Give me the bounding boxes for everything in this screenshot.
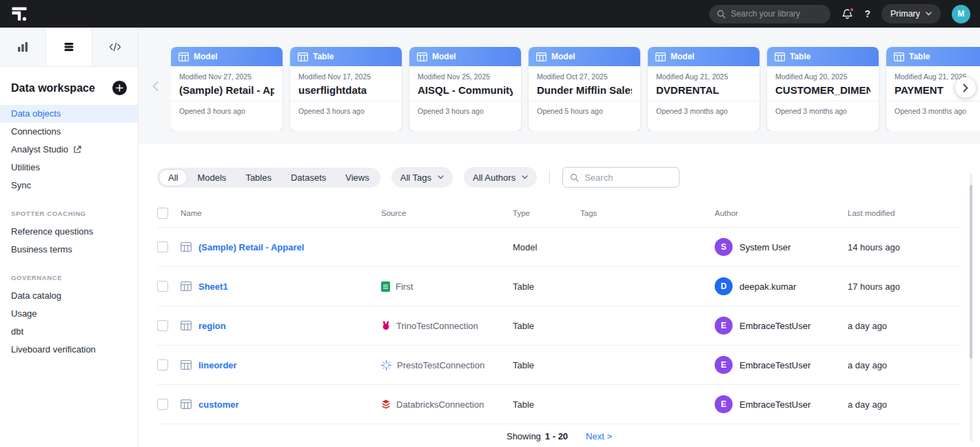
authors-filter-dropdown[interactable]: All Authors — [464, 167, 537, 188]
object-type: Table — [513, 399, 580, 410]
object-name-link[interactable]: (Sample) Retail - Apparel — [198, 242, 304, 252]
sidebar-item-utilities[interactable]: Utilities — [0, 159, 138, 177]
row-checkbox[interactable] — [157, 359, 168, 370]
table-row[interactable]: customer DatabricksConnection Table E Em… — [157, 385, 961, 424]
sidebar-item-connections[interactable]: Connections — [0, 123, 138, 141]
sidebar-item-analyst-studio[interactable]: Analyst Studio — [0, 141, 138, 159]
table-row[interactable]: (Sample) Retail - Apparel Model S System… — [157, 228, 961, 267]
filter-segment-all[interactable]: All — [159, 169, 187, 186]
card-title: AISQL - Community — [418, 84, 513, 96]
chevron-down-icon — [438, 175, 444, 179]
list-search-input[interactable] — [584, 172, 672, 183]
code-icon — [109, 42, 121, 52]
sidebar-section-label: SPOTTER COACHING — [0, 195, 138, 223]
sidebar-item-business-terms[interactable]: Business terms — [0, 241, 138, 259]
plus-icon — [116, 84, 123, 92]
recent-object-card[interactable]: Model Modified Oct 27, 2025 Dunder Miffl… — [529, 47, 640, 131]
library-search-input[interactable] — [731, 9, 823, 19]
card-opened: Opened 3 months ago — [767, 101, 879, 121]
sidebar-item-liveboard-verification[interactable]: Liveboard verification — [0, 341, 138, 359]
table-icon — [181, 242, 192, 252]
tab-code[interactable] — [92, 28, 138, 66]
object-name-link[interactable]: customer — [198, 399, 239, 410]
user-avatar[interactable]: M — [952, 5, 970, 23]
author-avatar: E — [715, 356, 733, 374]
column-header-name: Name — [181, 209, 381, 217]
column-header-type: Type — [513, 209, 580, 217]
card-type-label: Table — [790, 52, 810, 61]
table-row[interactable]: lineorder PrestoTestConnection Table E E… — [157, 346, 961, 385]
carousel-prev-button[interactable] — [152, 81, 159, 91]
sidebar-item-usage[interactable]: Usage — [0, 305, 138, 323]
sidebar-item-reference-questions[interactable]: Reference questions — [0, 223, 138, 241]
recent-object-card[interactable]: Model Modified Aug 21, 2025 DVDRENTAL Op… — [648, 47, 759, 131]
sidebar-item-label: Data objects — [11, 109, 61, 119]
notifications-button[interactable] — [841, 8, 853, 20]
select-all-checkbox[interactable] — [157, 208, 168, 219]
sidebar-item-label: Analyst Studio — [11, 145, 68, 155]
sidebar-item-label: Utilities — [11, 163, 40, 172]
filter-segment-tables[interactable]: Tables — [236, 169, 281, 186]
sidebar-nav: Data objects Connections Analyst Studio … — [0, 105, 138, 359]
thoughtspot-logo[interactable] — [10, 4, 33, 23]
card-type-label: Table — [313, 52, 334, 61]
sidebar-item-data-catalog[interactable]: Data catalog — [0, 287, 138, 305]
list-search[interactable] — [562, 167, 680, 188]
object-type: Model — [513, 242, 580, 252]
tags-filter-dropdown[interactable]: All Tags — [391, 167, 453, 188]
row-checkbox[interactable] — [157, 281, 168, 292]
object-type: Table — [513, 281, 580, 292]
database-icon — [63, 41, 74, 52]
recent-object-card[interactable]: Table Modified Nov 17, 2025 userflightda… — [290, 47, 402, 131]
source-name: PrestoTestConnection — [397, 360, 484, 370]
recent-object-card[interactable]: Model Modified Nov 27, 2025 (Sample) Ret… — [171, 47, 283, 131]
card-header: Model — [529, 47, 640, 66]
add-button[interactable] — [112, 81, 127, 95]
external-link-icon — [73, 146, 81, 154]
object-name-link[interactable]: lineorder — [198, 360, 237, 370]
row-checkbox[interactable] — [157, 399, 168, 410]
sheet-icon — [381, 281, 390, 292]
filter-bar: AllModelsTablesDatasetsViews All Tags Al… — [139, 143, 980, 188]
object-type: Table — [513, 321, 580, 331]
table-icon — [181, 399, 192, 409]
showing-label: Showing — [507, 431, 541, 441]
sidebar-item-sync[interactable]: Sync — [0, 177, 138, 195]
library-search[interactable] — [709, 5, 830, 23]
table-row[interactable]: Sheet1 First Table D deepak.kumar 17 hou… — [157, 267, 961, 306]
author-name: EmbraceTestUser — [739, 321, 810, 331]
sidebar-item-dbt[interactable]: dbt — [0, 323, 138, 341]
search-icon — [570, 173, 579, 182]
sidebar-item-label: Liveboard verification — [11, 345, 96, 355]
sidebar-item-data-objects[interactable]: Data objects — [0, 105, 138, 123]
scrollbar-thumb[interactable] — [970, 185, 972, 359]
filter-segment-views[interactable]: Views — [336, 169, 378, 186]
bar-chart-icon — [17, 41, 28, 52]
next-page-link[interactable]: Next > — [586, 431, 612, 441]
recent-object-card[interactable]: Model Modified Nov 25, 2025 AISQL - Comm… — [409, 47, 521, 131]
object-name-link[interactable]: region — [198, 321, 226, 331]
last-modified: a day ago — [848, 399, 961, 410]
row-checkbox[interactable] — [157, 241, 168, 252]
recent-objects-carousel: Model Modified Nov 27, 2025 (Sample) Ret… — [171, 47, 980, 131]
card-type-label: Model — [194, 52, 218, 61]
object-name-link[interactable]: Sheet1 — [198, 281, 228, 292]
source-name: TrinoTestConnection — [396, 321, 478, 331]
org-switcher-button[interactable]: Primary — [881, 4, 941, 23]
card-modified: Modified Aug 20, 2025 — [775, 72, 870, 81]
filter-segment-models[interactable]: Models — [187, 169, 236, 186]
filter-segment-datasets[interactable]: Datasets — [281, 169, 336, 186]
card-title: Dunder Mifflin Sales — [537, 84, 632, 96]
tab-data[interactable] — [46, 28, 92, 66]
column-header-source: Source — [381, 209, 513, 217]
recent-object-card[interactable]: Table Modified Aug 20, 2025 CUSTOMER_DIM… — [767, 47, 879, 131]
carousel-next-button[interactable] — [955, 77, 976, 98]
divider — [549, 170, 550, 185]
search-icon — [717, 10, 726, 19]
table-row[interactable]: region TrinoTestConnection Table E Embra… — [157, 306, 961, 346]
card-type-label: Model — [671, 52, 695, 61]
card-opened: Opened 3 hours ago — [171, 101, 283, 121]
help-button[interactable]: ? — [864, 8, 870, 19]
row-checkbox[interactable] — [157, 320, 168, 331]
tab-insights[interactable] — [0, 28, 46, 66]
